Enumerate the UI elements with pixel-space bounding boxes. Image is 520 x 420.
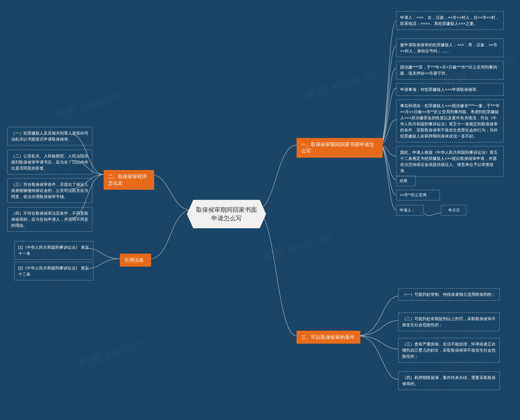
center-node: 取保候审期间回家书面申请怎么写: [187, 200, 266, 228]
leaf-1-6: 因此，申请人根据《中华人民共和国刑事诉讼法》第五十二条规定为犯罪嫌疑人×××提出…: [396, 146, 504, 177]
leaf-2-4: （四）不符合取保候审法定条件，不同意取保候审的，应当告知申请人，并说明不同意的理…: [7, 207, 93, 232]
leaf-1-9a: 申请人：: [396, 205, 424, 216]
leaf-1-4: 申请事项：对犯罪嫌疑人×××申请取保候审。: [396, 83, 504, 96]
watermark: 树图 shutu.cn: [259, 228, 334, 266]
leaf-3-1: （一）可能判处管制、拘役或者独立适用附加刑的；: [398, 288, 500, 301]
branch-3: 三、可以取保候审的条件: [296, 331, 360, 344]
branch-1: 一、取保候审期间回家书面申请怎么写: [296, 138, 383, 158]
branch-ref: 引用法条: [120, 254, 151, 267]
leaf-3-3: （三）患有严重疾病、生活不能自理，怀孕或者正在哺乳自己婴儿的妇女，采取取保候审不…: [398, 338, 500, 363]
leaf-1-1: 申请人：×××，女，汉族，××市××村人，住××市××村，联系电话：××××。系…: [396, 11, 504, 30]
leaf-1-7: 此致: [396, 175, 416, 186]
leaf-1-2: 被申请取保候审的犯罪嫌疑人：×××，男，汉族，××市××村人，身份证号码：...…: [396, 38, 504, 57]
leaf-ref-1: [1]《中华人民共和国刑事诉讼法》 第五十一条: [14, 241, 93, 260]
watermark: 树图 shutu.cn: [77, 334, 151, 371]
leaf-1-8: ××市**区公安局: [396, 190, 440, 201]
leaf-3-2: （二）可能判处有期徒刑以上刑罚，采取取保候审不致发生社会危险性的；: [398, 313, 500, 331]
leaf-1-3: 因涉嫌****罪，于***年×月×日被***市**区公安局刑事拘留，现关押在××…: [396, 61, 504, 80]
watermark: 树图 shutu.cn: [304, 66, 379, 104]
leaf-1-9b: 年月日: [441, 205, 466, 216]
leaf-ref-2: [2]《中华人民共和国刑事诉讼法》 第五十二条: [14, 262, 93, 280]
leaf-3-4: （四）羁押期限届满，案件尚未办结，需要采取取保候审的。: [398, 371, 500, 390]
leaf-2-2: （二）公安机关、人民检察院、人民法院在接到取保候审申请书后，应当在７日以内作出是…: [7, 150, 93, 174]
watermark: 树图 shutu.cn: [52, 86, 127, 124]
leaf-2-1: （一）犯罪嫌疑人及其相关利害人有权向司法机关以书面形式申请取保候审。: [7, 127, 93, 145]
branch-2: 二、取保候审程序怎么走: [104, 170, 154, 190]
leaf-1-5: 事实和理由：犯罪嫌疑人×××因涉嫌非****一案，于***年××月××日被××市…: [396, 99, 504, 142]
leaf-2-3: （三）符合取保候审条件，且提出了保证人或者能够缴纳保证金的，公安司法机关应当同意…: [7, 178, 93, 203]
